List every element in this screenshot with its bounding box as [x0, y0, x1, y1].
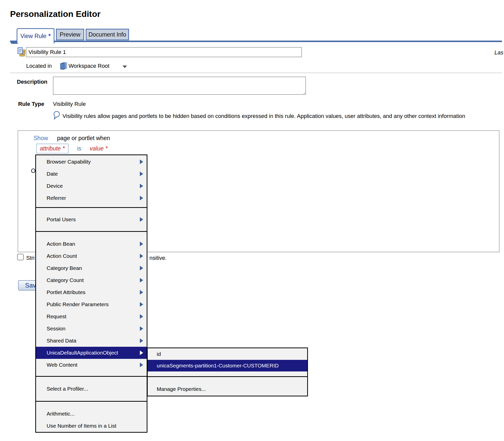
occluded-otherwise-fragment: O	[31, 168, 36, 174]
submenu-arrow-icon	[140, 302, 143, 307]
rule-type-value: Visibility Rule	[53, 101, 86, 107]
menu-item-category-bean[interactable]: Category Bean	[36, 262, 147, 274]
submenu-arrow-icon	[140, 217, 143, 222]
menu-item-web-content[interactable]: Web Content	[36, 359, 147, 371]
value-token-button[interactable]: value*	[90, 145, 108, 152]
rule-action-line: Showpage or portlet when	[34, 135, 110, 142]
submenu-arrow-icon	[140, 338, 143, 343]
tab-view-rule-label: View Rule	[20, 33, 46, 40]
attribute-token-button[interactable]: attribute*	[36, 144, 69, 153]
value-required-asterisk: *	[106, 145, 108, 152]
last-modified-clipped-text: Las	[494, 49, 503, 56]
operator-link[interactable]: is	[77, 145, 81, 152]
submenu-arrow-icon	[140, 326, 143, 331]
unica-submenu: id unicaSegments-partition1-Customer-CUS…	[147, 348, 308, 396]
submenu-arrow-icon	[140, 242, 143, 246]
attribute-required-asterisk: *	[63, 145, 65, 152]
menu-item-action-count[interactable]: Action Count	[36, 250, 147, 262]
menu-item-unica-default-application-object[interactable]: UnicaDefaultApplicationObject	[36, 347, 147, 359]
tab-underline	[10, 41, 502, 42]
section-divider	[10, 73, 502, 73]
menu-item-shared-data[interactable]: Shared Data	[36, 335, 147, 347]
located-in-label: Located in	[26, 63, 52, 69]
submenu-arrow-icon	[140, 290, 143, 295]
submenu-arrow-icon	[140, 184, 143, 188]
menu-item-browser-capability[interactable]: Browser Capability	[36, 156, 147, 168]
rule-type-label: Rule Type	[18, 101, 44, 107]
submenu-arrow-icon	[140, 278, 143, 282]
case-label-fragment-right: nsitive.	[149, 255, 167, 261]
submenu-arrow-icon	[140, 363, 143, 367]
menu-item-device[interactable]: Device	[36, 180, 147, 192]
menu-group: Select a Profiler...	[36, 377, 147, 401]
menu-item-referrer[interactable]: Referrer	[36, 192, 147, 204]
submenu-arrow-icon	[140, 351, 143, 355]
help-bubble-icon	[53, 111, 60, 120]
submenu-arrow-icon	[140, 160, 143, 164]
menu-item-portlet-attributes[interactable]: Portlet Attributes	[36, 286, 147, 298]
value-token-label: value	[90, 145, 104, 152]
rule-document-icon	[17, 47, 26, 57]
workspace-icon	[59, 61, 68, 70]
menu-item-action-bean[interactable]: Action Bean	[36, 238, 147, 250]
personalization-editor-screen: Personalization Editor View Rule * Previ…	[0, 0, 504, 441]
menu-item-portal-users[interactable]: Portal Users	[36, 213, 147, 226]
submenu-arrow-icon	[140, 254, 143, 258]
submenu-arrow-icon	[140, 196, 143, 200]
show-action-link[interactable]: Show	[34, 135, 48, 141]
rule-action-suffix: page or portlet when	[57, 135, 110, 141]
menu-item-select-a-profiler[interactable]: Select a Profiler...	[36, 383, 147, 395]
submenu-item-manage-properties[interactable]: Manage Properties...	[148, 377, 307, 396]
attribute-token-label: attribute	[40, 145, 61, 152]
menu-group: Portal Users	[36, 208, 147, 231]
rule-name-input[interactable]	[26, 47, 302, 57]
submenu-spacer	[148, 371, 307, 376]
rule-type-help-text: Visibility rules allow pages and portlet…	[62, 113, 465, 119]
menu-item-public-render-parameters[interactable]: Public Render Parameters	[36, 298, 147, 310]
menu-item-arithmetic[interactable]: Arithmetic...	[36, 408, 147, 420]
submenu-arrow-icon	[140, 172, 143, 176]
unsaved-changes-asterisk: *	[48, 33, 51, 40]
description-label: Description	[17, 79, 47, 85]
tab-preview[interactable]: Preview	[56, 29, 84, 40]
description-textarea[interactable]	[53, 77, 306, 95]
menu-group: Action Bean Action Count Category Bean C…	[36, 232, 147, 376]
tab-document-info-label: Document Info	[88, 31, 126, 38]
menu-item-use-number-of-items-in-a-list[interactable]: Use Number of Items in a List	[36, 420, 147, 432]
submenu-arrow-icon	[140, 266, 143, 270]
case-sensitivity-checkbox[interactable]	[17, 254, 24, 260]
menu-item-session[interactable]: Session	[36, 323, 147, 335]
submenu-item-id[interactable]: id	[148, 348, 307, 360]
menu-item-date[interactable]: Date	[36, 168, 147, 180]
case-label-fragment-left: Stri	[26, 255, 35, 261]
tab-view-rule[interactable]: View Rule *	[17, 28, 54, 43]
submenu-item-unica-segments-customerid[interactable]: unicaSegments-partition1-Customer-CUSTOM…	[148, 360, 307, 371]
menu-group: Browser Capability Date Device Referrer	[36, 155, 147, 207]
tab-document-info[interactable]: Document Info	[86, 29, 129, 40]
page-title: Personalization Editor	[10, 9, 101, 19]
menu-item-category-count[interactable]: Category Count	[36, 274, 147, 286]
tab-preview-label: Preview	[60, 31, 80, 38]
menu-item-request[interactable]: Request	[36, 310, 147, 323]
chevron-down-icon[interactable]	[122, 66, 127, 68]
menu-group: Arithmetic... Use Number of Items in a L…	[36, 402, 147, 432]
attribute-dropdown-menu: Browser Capability Date Device Referrer …	[35, 154, 147, 433]
located-in-value[interactable]: Workspace Root	[69, 63, 109, 69]
submenu-arrow-icon	[140, 314, 143, 319]
